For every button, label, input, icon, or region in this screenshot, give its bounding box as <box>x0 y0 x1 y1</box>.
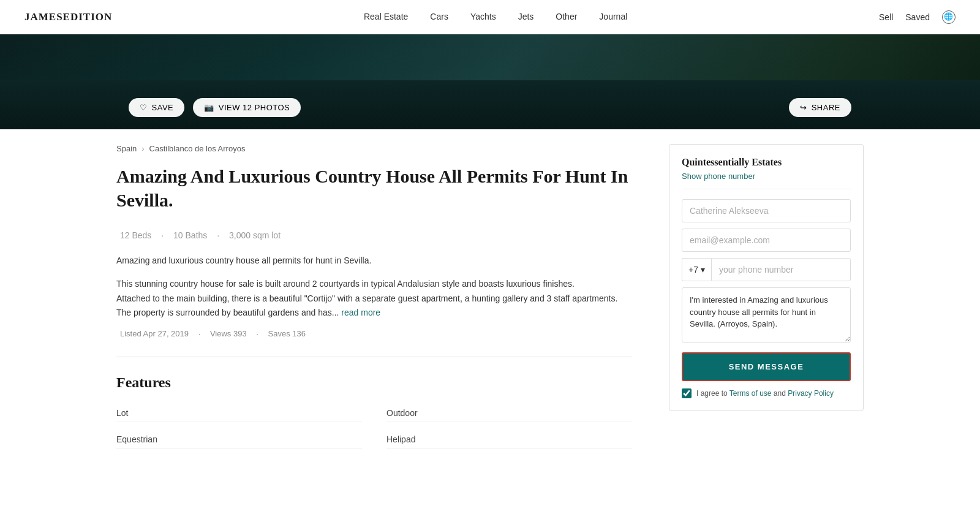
contact-sidebar: Quintessentially Estates Show phone numb… <box>669 129 864 449</box>
save-button[interactable]: ♡ SAVE <box>129 98 184 117</box>
feature-equestrian: Equestrian <box>116 431 362 449</box>
beds-count: 12 Beds <box>120 230 151 240</box>
features-grid: Lot Outdoor Equestrian Helipad <box>116 404 632 449</box>
terms-checkbox[interactable] <box>682 388 692 398</box>
nav-sell-link[interactable]: Sell <box>879 12 893 22</box>
nav-saved-link[interactable]: Saved <box>905 12 930 22</box>
property-specs: 12 Beds · 10 Baths · 3,000 sqm lot <box>116 230 632 240</box>
main-content: Spain › Castilblanco de los Arroyos Amaz… <box>92 129 888 449</box>
breadcrumb-country[interactable]: Spain <box>116 144 137 153</box>
phone-code-value: +7 <box>688 265 698 274</box>
property-title: Amazing And Luxurious Country House All … <box>116 164 632 212</box>
phone-code-selector[interactable]: +7 ▾ <box>682 258 711 281</box>
contact-card: Quintessentially Estates Show phone numb… <box>669 144 864 411</box>
camera-icon: 📷 <box>204 103 214 112</box>
phone-row: +7 ▾ <box>682 258 851 281</box>
name-input[interactable] <box>682 199 851 222</box>
read-more-link[interactable]: read more <box>341 308 380 317</box>
nav-item-real-estate[interactable]: Real Estate <box>364 12 408 22</box>
email-input[interactable] <box>682 229 851 252</box>
send-message-button[interactable]: SEND MESSAGE <box>682 352 851 381</box>
breadcrumb-separator: › <box>141 144 144 153</box>
terms-row: I agree to Terms of use and Privacy Poli… <box>682 388 851 398</box>
hero-image: ♡ SAVE 📷 VIEW 12 PHOTOS ↪ SHARE <box>0 34 980 129</box>
feature-helipad: Helipad <box>386 431 632 449</box>
features-title: Features <box>116 374 632 391</box>
breadcrumb-city[interactable]: Castilblanco de los Arroyos <box>149 144 246 153</box>
spec-sep1: · <box>161 230 164 240</box>
property-meta: Listed Apr 27, 2019 · Views 393 · Saves … <box>116 329 632 338</box>
property-desc-2: This stunning country house for sale is … <box>116 277 632 320</box>
message-textarea[interactable] <box>682 287 851 343</box>
contact-divider <box>682 189 851 189</box>
share-icon: ↪ <box>800 103 807 112</box>
navbar: JamesEdition Real Estate Cars Yachts Jet… <box>0 0 980 34</box>
language-selector[interactable]: 🌐 <box>942 10 956 24</box>
listed-date: Listed Apr 27, 2019 <box>120 329 189 338</box>
nav-item-cars[interactable]: Cars <box>430 12 448 22</box>
nav-right: Sell Saved 🌐 <box>879 10 956 24</box>
site-logo[interactable]: JamesEdition <box>24 11 112 23</box>
feature-outdoor: Outdoor <box>386 404 632 422</box>
terms-text: I agree to Terms of use and Privacy Poli… <box>696 389 834 398</box>
section-divider <box>116 357 632 357</box>
show-phone-link[interactable]: Show phone number <box>682 172 755 181</box>
baths-count: 10 Baths <box>173 230 207 240</box>
saves-count: Saves 136 <box>268 329 306 338</box>
views-count: Views 393 <box>210 329 247 338</box>
hero-action-buttons: ♡ SAVE 📷 VIEW 12 PHOTOS <box>129 98 301 117</box>
meta-sep2: · <box>256 329 258 338</box>
phone-input[interactable] <box>711 258 851 281</box>
spec-sep2: · <box>217 230 219 240</box>
share-button[interactable]: ↪ SHARE <box>789 98 851 117</box>
heart-icon: ♡ <box>140 103 148 112</box>
nav-item-other[interactable]: Other <box>556 12 577 22</box>
meta-sep1: · <box>198 329 201 338</box>
privacy-policy-link[interactable]: Privacy Policy <box>788 389 834 398</box>
nav-item-yachts[interactable]: Yachts <box>470 12 496 22</box>
nav-item-jets[interactable]: Jets <box>518 12 534 22</box>
view-photos-button[interactable]: 📷 VIEW 12 PHOTOS <box>193 98 301 117</box>
property-details: Spain › Castilblanco de los Arroyos Amaz… <box>116 129 644 449</box>
nav-links: Real Estate Cars Yachts Jets Other Journ… <box>364 12 627 22</box>
terms-of-use-link[interactable]: Terms of use <box>729 389 772 398</box>
nav-item-journal[interactable]: Journal <box>599 12 627 22</box>
feature-lot: Lot <box>116 404 362 422</box>
agent-name: Quintessentially Estates <box>682 157 851 168</box>
chevron-down-icon: ▾ <box>701 265 705 274</box>
lot-size: 3,000 sqm lot <box>229 230 281 240</box>
property-desc-1: Amazing and luxurious country house all … <box>116 254 632 268</box>
breadcrumb: Spain › Castilblanco de los Arroyos <box>116 144 632 153</box>
